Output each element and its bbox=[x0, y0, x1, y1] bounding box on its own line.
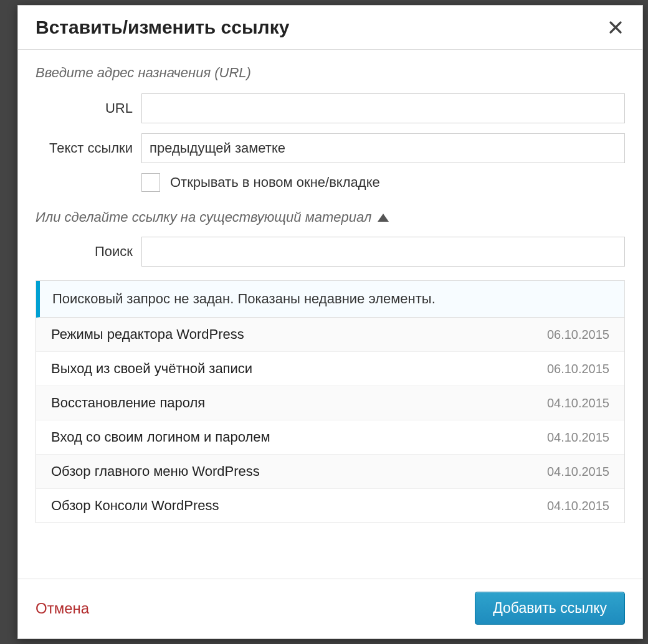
url-label: URL bbox=[36, 100, 141, 116]
caret-up-icon bbox=[378, 214, 389, 222]
close-icon bbox=[609, 21, 622, 34]
close-button[interactable] bbox=[606, 18, 625, 37]
search-results: Поисковый запрос не задан. Показаны неда… bbox=[36, 280, 625, 523]
search-input[interactable] bbox=[141, 237, 625, 267]
result-date: 04.10.2015 bbox=[547, 465, 609, 479]
open-new-tab-checkbox[interactable] bbox=[141, 173, 160, 192]
result-title: Режимы редактора WordPress bbox=[51, 326, 244, 343]
url-section-hint: Введите адрес назначения (URL) bbox=[36, 65, 625, 81]
result-title: Выход из своей учётной записи bbox=[51, 361, 252, 377]
url-field-row: URL bbox=[36, 93, 625, 123]
result-title: Обзор главного меню WordPress bbox=[51, 463, 260, 480]
cancel-button[interactable]: Отмена bbox=[36, 600, 89, 617]
result-title: Обзор Консоли WordPress bbox=[51, 498, 219, 514]
result-row[interactable]: Режимы редактора WordPress06.10.2015 bbox=[36, 318, 624, 352]
insert-link-dialog: Вставить/изменить ссылку Введите адрес н… bbox=[17, 5, 643, 639]
result-row[interactable]: Выход из своей учётной записи06.10.2015 bbox=[36, 352, 624, 386]
dialog-title: Вставить/изменить ссылку bbox=[36, 17, 289, 38]
result-date: 06.10.2015 bbox=[547, 362, 609, 376]
result-date: 04.10.2015 bbox=[547, 396, 609, 410]
result-row[interactable]: Восстановление пароля04.10.2015 bbox=[36, 386, 624, 420]
result-title: Восстановление пароля bbox=[51, 395, 205, 411]
result-title: Вход со своим логином и паролем bbox=[51, 429, 270, 445]
dialog-footer: Отмена Добавить ссылку bbox=[18, 579, 642, 638]
search-label: Поиск bbox=[36, 244, 141, 260]
existing-section-hint: Или сделайте ссылку на существующий мате… bbox=[36, 209, 371, 225]
open-new-tab-label: Открывать в новом окне/вкладке bbox=[170, 174, 380, 191]
result-row[interactable]: Вход со своим логином и паролем04.10.201… bbox=[36, 420, 624, 455]
dialog-header: Вставить/изменить ссылку bbox=[18, 6, 642, 50]
open-new-tab-row: Открывать в новом окне/вкладке bbox=[141, 173, 625, 192]
result-date: 04.10.2015 bbox=[547, 499, 609, 513]
add-link-button[interactable]: Добавить ссылку bbox=[475, 592, 625, 625]
url-input[interactable] bbox=[141, 93, 625, 123]
existing-content-toggle[interactable]: Или сделайте ссылку на существующий мате… bbox=[36, 209, 625, 225]
result-row[interactable]: Обзор главного меню WordPress04.10.2015 bbox=[36, 455, 624, 489]
link-text-input[interactable] bbox=[141, 133, 625, 163]
link-text-field-row: Текст ссылки bbox=[36, 133, 625, 163]
result-row[interactable]: Обзор Консоли WordPress04.10.2015 bbox=[36, 489, 624, 523]
results-hint: Поисковый запрос не задан. Показаны неда… bbox=[36, 281, 624, 318]
result-date: 06.10.2015 bbox=[547, 328, 609, 342]
link-text-label: Текст ссылки bbox=[36, 140, 141, 156]
dialog-body: Введите адрес назначения (URL) URL Текст… bbox=[18, 50, 642, 579]
result-date: 04.10.2015 bbox=[547, 430, 609, 445]
search-field-row: Поиск bbox=[36, 237, 625, 267]
